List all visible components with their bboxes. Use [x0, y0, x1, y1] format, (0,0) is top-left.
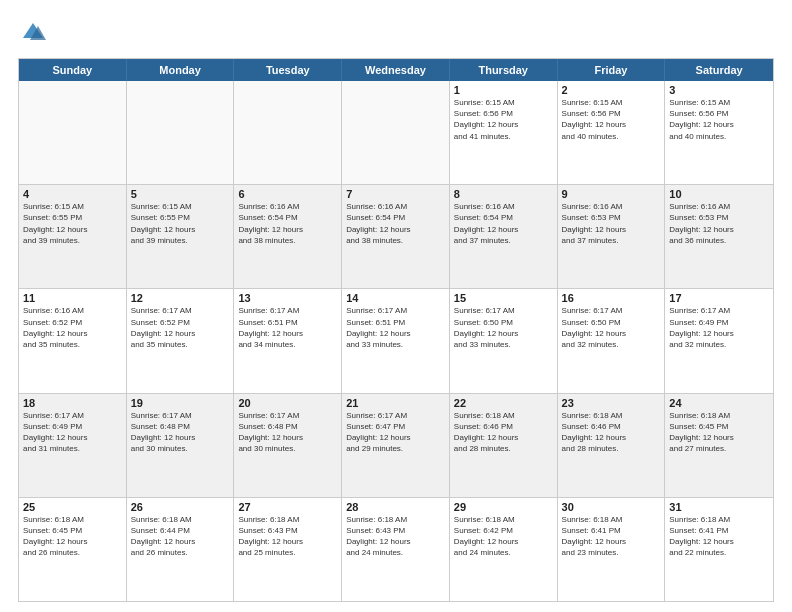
day-cell-25: 25Sunrise: 6:18 AM Sunset: 6:45 PM Dayli…: [19, 498, 127, 601]
day-number: 26: [131, 501, 230, 513]
day-number: 19: [131, 397, 230, 409]
calendar-header: SundayMondayTuesdayWednesdayThursdayFrid…: [19, 59, 773, 81]
day-number: 29: [454, 501, 553, 513]
day-number: 11: [23, 292, 122, 304]
cell-info: Sunrise: 6:18 AM Sunset: 6:41 PM Dayligh…: [669, 514, 769, 559]
day-cell-2: 2Sunrise: 6:15 AM Sunset: 6:56 PM Daylig…: [558, 81, 666, 184]
cell-info: Sunrise: 6:17 AM Sunset: 6:51 PM Dayligh…: [346, 305, 445, 350]
cell-info: Sunrise: 6:16 AM Sunset: 6:53 PM Dayligh…: [669, 201, 769, 246]
day-number: 10: [669, 188, 769, 200]
cell-info: Sunrise: 6:17 AM Sunset: 6:49 PM Dayligh…: [669, 305, 769, 350]
cell-info: Sunrise: 6:17 AM Sunset: 6:47 PM Dayligh…: [346, 410, 445, 455]
day-cell-4: 4Sunrise: 6:15 AM Sunset: 6:55 PM Daylig…: [19, 185, 127, 288]
day-number: 15: [454, 292, 553, 304]
empty-cell: [127, 81, 235, 184]
cell-info: Sunrise: 6:18 AM Sunset: 6:42 PM Dayligh…: [454, 514, 553, 559]
day-number: 9: [562, 188, 661, 200]
cell-info: Sunrise: 6:18 AM Sunset: 6:43 PM Dayligh…: [346, 514, 445, 559]
day-number: 28: [346, 501, 445, 513]
day-cell-14: 14Sunrise: 6:17 AM Sunset: 6:51 PM Dayli…: [342, 289, 450, 392]
cell-info: Sunrise: 6:17 AM Sunset: 6:51 PM Dayligh…: [238, 305, 337, 350]
day-number: 6: [238, 188, 337, 200]
header-day-wednesday: Wednesday: [342, 59, 450, 81]
empty-cell: [19, 81, 127, 184]
day-number: 3: [669, 84, 769, 96]
day-cell-15: 15Sunrise: 6:17 AM Sunset: 6:50 PM Dayli…: [450, 289, 558, 392]
day-cell-6: 6Sunrise: 6:16 AM Sunset: 6:54 PM Daylig…: [234, 185, 342, 288]
logo: [18, 18, 52, 48]
day-cell-26: 26Sunrise: 6:18 AM Sunset: 6:44 PM Dayli…: [127, 498, 235, 601]
cell-info: Sunrise: 6:17 AM Sunset: 6:50 PM Dayligh…: [562, 305, 661, 350]
day-cell-7: 7Sunrise: 6:16 AM Sunset: 6:54 PM Daylig…: [342, 185, 450, 288]
day-cell-3: 3Sunrise: 6:15 AM Sunset: 6:56 PM Daylig…: [665, 81, 773, 184]
page: SundayMondayTuesdayWednesdayThursdayFrid…: [0, 0, 792, 612]
day-cell-17: 17Sunrise: 6:17 AM Sunset: 6:49 PM Dayli…: [665, 289, 773, 392]
cell-info: Sunrise: 6:18 AM Sunset: 6:45 PM Dayligh…: [669, 410, 769, 455]
day-cell-27: 27Sunrise: 6:18 AM Sunset: 6:43 PM Dayli…: [234, 498, 342, 601]
cell-info: Sunrise: 6:18 AM Sunset: 6:43 PM Dayligh…: [238, 514, 337, 559]
day-cell-16: 16Sunrise: 6:17 AM Sunset: 6:50 PM Dayli…: [558, 289, 666, 392]
calendar-week-0: 1Sunrise: 6:15 AM Sunset: 6:56 PM Daylig…: [19, 81, 773, 185]
cell-info: Sunrise: 6:16 AM Sunset: 6:52 PM Dayligh…: [23, 305, 122, 350]
calendar: SundayMondayTuesdayWednesdayThursdayFrid…: [18, 58, 774, 602]
cell-info: Sunrise: 6:18 AM Sunset: 6:46 PM Dayligh…: [454, 410, 553, 455]
day-number: 20: [238, 397, 337, 409]
day-cell-29: 29Sunrise: 6:18 AM Sunset: 6:42 PM Dayli…: [450, 498, 558, 601]
day-cell-30: 30Sunrise: 6:18 AM Sunset: 6:41 PM Dayli…: [558, 498, 666, 601]
day-cell-10: 10Sunrise: 6:16 AM Sunset: 6:53 PM Dayli…: [665, 185, 773, 288]
logo-icon: [18, 18, 48, 48]
cell-info: Sunrise: 6:17 AM Sunset: 6:48 PM Dayligh…: [131, 410, 230, 455]
day-cell-5: 5Sunrise: 6:15 AM Sunset: 6:55 PM Daylig…: [127, 185, 235, 288]
day-number: 30: [562, 501, 661, 513]
cell-info: Sunrise: 6:15 AM Sunset: 6:56 PM Dayligh…: [669, 97, 769, 142]
day-cell-11: 11Sunrise: 6:16 AM Sunset: 6:52 PM Dayli…: [19, 289, 127, 392]
cell-info: Sunrise: 6:16 AM Sunset: 6:53 PM Dayligh…: [562, 201, 661, 246]
day-number: 31: [669, 501, 769, 513]
cell-info: Sunrise: 6:16 AM Sunset: 6:54 PM Dayligh…: [238, 201, 337, 246]
day-cell-22: 22Sunrise: 6:18 AM Sunset: 6:46 PM Dayli…: [450, 394, 558, 497]
cell-info: Sunrise: 6:18 AM Sunset: 6:46 PM Dayligh…: [562, 410, 661, 455]
calendar-week-1: 4Sunrise: 6:15 AM Sunset: 6:55 PM Daylig…: [19, 185, 773, 289]
empty-cell: [234, 81, 342, 184]
cell-info: Sunrise: 6:17 AM Sunset: 6:48 PM Dayligh…: [238, 410, 337, 455]
header-day-friday: Friday: [558, 59, 666, 81]
header-day-saturday: Saturday: [665, 59, 773, 81]
day-number: 8: [454, 188, 553, 200]
day-cell-9: 9Sunrise: 6:16 AM Sunset: 6:53 PM Daylig…: [558, 185, 666, 288]
cell-info: Sunrise: 6:18 AM Sunset: 6:45 PM Dayligh…: [23, 514, 122, 559]
day-cell-18: 18Sunrise: 6:17 AM Sunset: 6:49 PM Dayli…: [19, 394, 127, 497]
day-cell-23: 23Sunrise: 6:18 AM Sunset: 6:46 PM Dayli…: [558, 394, 666, 497]
calendar-week-2: 11Sunrise: 6:16 AM Sunset: 6:52 PM Dayli…: [19, 289, 773, 393]
day-number: 24: [669, 397, 769, 409]
day-cell-21: 21Sunrise: 6:17 AM Sunset: 6:47 PM Dayli…: [342, 394, 450, 497]
cell-info: Sunrise: 6:18 AM Sunset: 6:44 PM Dayligh…: [131, 514, 230, 559]
cell-info: Sunrise: 6:17 AM Sunset: 6:49 PM Dayligh…: [23, 410, 122, 455]
day-cell-20: 20Sunrise: 6:17 AM Sunset: 6:48 PM Dayli…: [234, 394, 342, 497]
day-number: 25: [23, 501, 122, 513]
cell-info: Sunrise: 6:15 AM Sunset: 6:56 PM Dayligh…: [562, 97, 661, 142]
day-cell-13: 13Sunrise: 6:17 AM Sunset: 6:51 PM Dayli…: [234, 289, 342, 392]
day-number: 27: [238, 501, 337, 513]
header-day-monday: Monday: [127, 59, 235, 81]
day-number: 14: [346, 292, 445, 304]
day-cell-12: 12Sunrise: 6:17 AM Sunset: 6:52 PM Dayli…: [127, 289, 235, 392]
empty-cell: [342, 81, 450, 184]
day-number: 13: [238, 292, 337, 304]
cell-info: Sunrise: 6:15 AM Sunset: 6:56 PM Dayligh…: [454, 97, 553, 142]
header-day-sunday: Sunday: [19, 59, 127, 81]
day-number: 17: [669, 292, 769, 304]
day-number: 2: [562, 84, 661, 96]
day-number: 16: [562, 292, 661, 304]
header-day-thursday: Thursday: [450, 59, 558, 81]
header-day-tuesday: Tuesday: [234, 59, 342, 81]
day-number: 21: [346, 397, 445, 409]
day-number: 22: [454, 397, 553, 409]
cell-info: Sunrise: 6:18 AM Sunset: 6:41 PM Dayligh…: [562, 514, 661, 559]
cell-info: Sunrise: 6:17 AM Sunset: 6:52 PM Dayligh…: [131, 305, 230, 350]
cell-info: Sunrise: 6:16 AM Sunset: 6:54 PM Dayligh…: [346, 201, 445, 246]
cell-info: Sunrise: 6:16 AM Sunset: 6:54 PM Dayligh…: [454, 201, 553, 246]
day-cell-1: 1Sunrise: 6:15 AM Sunset: 6:56 PM Daylig…: [450, 81, 558, 184]
header: [18, 18, 774, 48]
calendar-week-4: 25Sunrise: 6:18 AM Sunset: 6:45 PM Dayli…: [19, 498, 773, 601]
day-cell-28: 28Sunrise: 6:18 AM Sunset: 6:43 PM Dayli…: [342, 498, 450, 601]
